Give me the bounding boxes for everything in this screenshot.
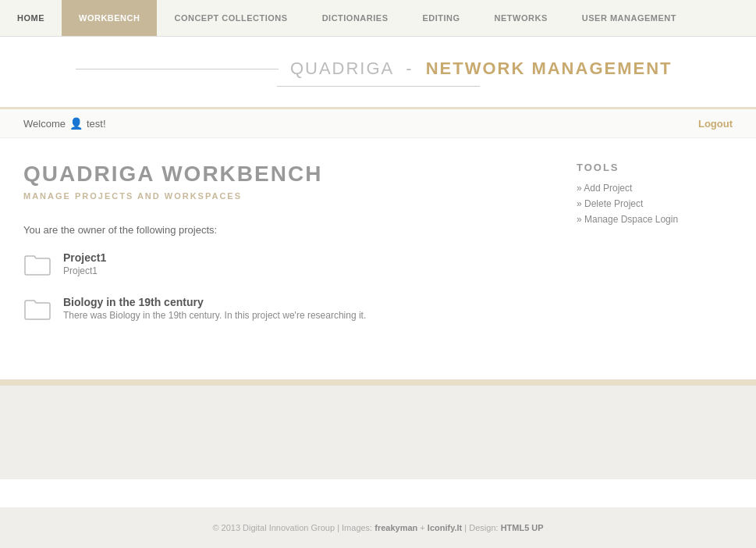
nav-home[interactable]: HOME — [0, 0, 62, 36]
user-icon: 👤 — [69, 117, 83, 130]
page-title: QUADRIGA WORKBENCH — [23, 162, 545, 187]
welcome-label: Welcome — [23, 118, 66, 130]
page-wrapper: HOME WORKBENCH CONCEPT COLLECTIONS DICTI… — [0, 0, 756, 548]
tools-title: TOOLS — [577, 162, 733, 173]
brand-name: QUADRIGA — [290, 59, 393, 78]
project-info-1: Project1 Project1 — [63, 251, 106, 276]
navigation: HOME WORKBENCH CONCEPT COLLECTIONS DICTI… — [0, 0, 756, 37]
left-content: QUADRIGA WORKBENCH MANAGE PROJECTS AND W… — [23, 162, 545, 340]
header-separator: - — [406, 59, 413, 78]
tools-delete-project[interactable]: » Delete Project — [577, 198, 733, 209]
folder-icon-2 — [23, 297, 51, 321]
welcome-bar: Welcome 👤 test! Logout — [0, 109, 756, 138]
footer-iconify-link[interactable]: Iconify.lt — [428, 523, 462, 532]
header-title: QUADRIGA - NETWORK MANAGEMENT — [290, 59, 673, 79]
project-item-2: Biology in the 19th century There was Bi… — [23, 296, 545, 321]
intro-text: You are the owner of the following proje… — [23, 224, 545, 236]
footer-plus: + — [420, 523, 424, 532]
footer-text: © 2013 Digital Innovation Group | Images… — [212, 523, 372, 532]
header-subtitle: NETWORK MANAGEMENT — [426, 59, 673, 78]
tools-add-project[interactable]: » Add Project — [577, 183, 733, 194]
footer-design-label: | Design: — [464, 523, 498, 532]
nav-user-management[interactable]: USER MANAGEMENT — [565, 0, 694, 36]
project-desc-1: Project1 — [63, 265, 106, 276]
folder-icon-1 — [23, 253, 51, 276]
project-item-1: Project1 Project1 — [23, 251, 545, 276]
footer-freakyman-link[interactable]: freakyman — [374, 523, 417, 532]
project-name-2[interactable]: Biology in the 19th century — [63, 296, 366, 308]
nav-concept-collections[interactable]: CONCEPT COLLECTIONS — [157, 0, 304, 36]
page-subtitle: MANAGE PROJECTS AND WORKSPACES — [23, 191, 545, 201]
footer-area — [0, 386, 756, 479]
project-info-2: Biology in the 19th century There was Bi… — [63, 296, 366, 321]
project-name-1[interactable]: Project1 — [63, 251, 106, 264]
nav-workbench[interactable]: WORKBENCH — [62, 0, 157, 36]
logout-button[interactable]: Logout — [698, 118, 733, 130]
footer-html5up-link[interactable]: HTML5 UP — [501, 523, 544, 532]
welcome-text: Welcome 👤 test! — [23, 117, 106, 130]
right-sidebar: TOOLS » Add Project » Delete Project » M… — [577, 162, 733, 340]
header-band: QUADRIGA - NETWORK MANAGEMENT — [0, 37, 756, 109]
footer-bottom: © 2013 Digital Innovation Group | Images… — [0, 507, 756, 548]
nav-dictionaries[interactable]: DICTIONARIES — [305, 0, 406, 36]
main-content: QUADRIGA WORKBENCH MANAGE PROJECTS AND W… — [0, 138, 756, 364]
project-desc-2: There was Biology in the 19th century. I… — [63, 310, 366, 321]
nav-networks[interactable]: NETWORKS — [477, 0, 565, 36]
tools-manage-dspace[interactable]: » Manage Dspace Login — [577, 214, 733, 225]
mid-band — [0, 379, 756, 386]
username-display: test! — [87, 118, 106, 130]
nav-editing[interactable]: EDITING — [405, 0, 477, 36]
